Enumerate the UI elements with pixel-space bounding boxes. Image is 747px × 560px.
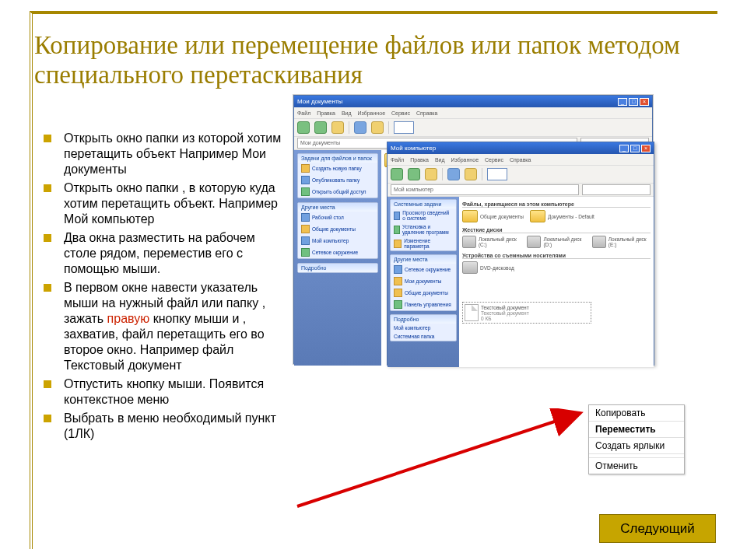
menubar: Файл Правка Вид Избранное Сервис Справка xyxy=(294,107,652,119)
panel-item[interactable]: Открыть общий доступ xyxy=(298,186,377,198)
folder-item[interactable]: Общие документы xyxy=(462,210,524,222)
sidebar-tasks: Системные задачи Просмотр сведений о сис… xyxy=(388,197,459,367)
menu-item[interactable]: Файл xyxy=(297,110,310,116)
panel-item: Системная папка xyxy=(391,332,456,341)
drive-item[interactable]: DVD-дисковод xyxy=(462,261,514,274)
menu-item[interactable]: Избранное xyxy=(358,110,385,116)
next-button-label: Следующий xyxy=(620,521,694,537)
panel-header: Другие места xyxy=(391,255,456,264)
folders-icon[interactable] xyxy=(465,168,477,180)
bullet-text: Открыть окно папки из которой хотим пере… xyxy=(64,131,289,177)
places-panel: Другие места Сетевое окружение Мои докум… xyxy=(390,254,457,311)
toolbar xyxy=(294,119,652,137)
up-icon[interactable] xyxy=(425,168,437,180)
panel-item[interactable]: Установка и удаление программ xyxy=(391,222,456,236)
panel-header: Задачи для файлов и папок xyxy=(298,154,377,163)
group-header: Жесткие диски xyxy=(462,227,651,233)
group-header: Устройства со съемными носителями xyxy=(462,253,651,259)
window-my-computer: Мой компьютер _ □ × Файл Правка Вид Избр… xyxy=(387,142,654,366)
bullet-list: Открыть окно папки из которой хотим пере… xyxy=(44,131,289,445)
menu-item[interactable]: Вид xyxy=(342,110,352,116)
address-bar: Мой компьютер xyxy=(388,184,654,197)
panel-header: Другие места xyxy=(298,203,377,212)
menu-item[interactable]: Справка xyxy=(416,110,437,116)
menu-item[interactable]: Правка xyxy=(317,110,335,116)
view-toggle[interactable] xyxy=(487,168,507,180)
window-title: Мой компьютер xyxy=(391,145,436,152)
bullet-text: Два окна разместить на рабочем столе ряд… xyxy=(64,230,289,277)
places-panel: Другие места Рабочий стол Общие документ… xyxy=(297,202,378,259)
bullet-text: Открыть окно папки , в которую куда хоти… xyxy=(64,180,289,227)
panel-item[interactable]: Изменение параметра xyxy=(391,236,456,250)
menu-item[interactable]: Вид xyxy=(435,157,445,163)
panel-item[interactable]: Общие документы xyxy=(391,287,456,299)
address-field[interactable]: Мой компьютер xyxy=(391,184,579,195)
drive-icon xyxy=(527,236,541,248)
menu-item-copy[interactable]: Копировать xyxy=(589,405,684,422)
menu-item[interactable]: Сервис xyxy=(391,110,410,116)
view-toggle[interactable] xyxy=(394,121,414,134)
maximize-button[interactable]: □ xyxy=(629,98,638,106)
slide-title: Копирование или перемещение файлов или п… xyxy=(34,31,719,90)
bullet-icon xyxy=(44,184,51,192)
separator xyxy=(388,121,389,134)
menu-item[interactable]: Файл xyxy=(391,157,404,163)
go-field[interactable] xyxy=(582,184,651,195)
panel-item[interactable]: Мой компьютер xyxy=(298,235,377,247)
forward-icon[interactable] xyxy=(408,168,420,180)
drive-icon xyxy=(462,236,476,248)
minimize-button[interactable]: _ xyxy=(619,145,629,152)
menu-item[interactable]: Сервис xyxy=(485,157,503,163)
context-menu: Копировать Переместить Создать ярлыки От… xyxy=(588,404,685,474)
menu-item-cancel[interactable]: Отменить xyxy=(589,458,684,474)
panel-item: Мой компьютер xyxy=(391,324,456,332)
drive-item[interactable]: Локальный диск (D:) xyxy=(527,236,585,248)
content-pane: Файлы, хранящиеся на этом компьютере Общ… xyxy=(459,197,654,367)
group-header: Файлы, хранящиеся на этом компьютере xyxy=(462,201,651,208)
next-button[interactable]: Следующий xyxy=(599,514,716,543)
tasks-panel: Задачи для файлов и папок Создать новую … xyxy=(297,153,378,198)
screenshot-composite: Мои документы _ □ × Файл Правка Вид Избр… xyxy=(293,94,654,365)
panel-item[interactable]: Сетевое окружение xyxy=(298,247,377,258)
panel-item[interactable]: Создать новую папку xyxy=(298,163,377,174)
menu-item[interactable]: Правка xyxy=(410,157,429,163)
drive-item[interactable]: Локальный диск (C:) xyxy=(462,236,521,248)
folders-icon[interactable] xyxy=(371,121,384,134)
up-icon[interactable] xyxy=(331,121,344,134)
dragged-file[interactable]: Текстовый документ Текстовый документ 0 … xyxy=(462,302,591,324)
bullet-icon xyxy=(44,135,51,142)
folder-item[interactable]: Документы - Default xyxy=(530,210,594,222)
bullet-item: В первом окне навести указатель мыши на … xyxy=(44,280,289,373)
bullet-icon xyxy=(44,415,51,422)
bullet-text: В первом окне навести указатель мыши на … xyxy=(64,280,289,373)
minimize-button[interactable]: _ xyxy=(618,98,627,106)
menu-item-move[interactable]: Переместить xyxy=(589,422,684,438)
back-icon[interactable] xyxy=(391,168,403,180)
close-button[interactable]: × xyxy=(641,145,651,152)
menu-item[interactable]: Избранное xyxy=(451,157,479,163)
bullet-item: Два окна разместить на рабочем столе ряд… xyxy=(44,230,289,277)
panel-item[interactable]: Рабочий стол xyxy=(298,212,377,223)
forward-icon[interactable] xyxy=(314,121,327,134)
menu-item[interactable]: Справка xyxy=(510,157,531,163)
panel-item[interactable]: Панель управления xyxy=(391,299,456,310)
panel-item[interactable]: Сетевое окружение xyxy=(391,264,456,275)
bullet-text: Выбрать в меню необходимый пункт (1ЛК) xyxy=(64,411,289,442)
panel-item[interactable]: Мои документы xyxy=(391,275,456,287)
panel-item[interactable]: Общие документы xyxy=(298,223,377,235)
panel-item[interactable]: Опубликовать папку xyxy=(298,174,377,186)
menu-item-shortcut[interactable]: Создать ярлыки xyxy=(589,438,684,454)
bullet-icon xyxy=(44,380,51,388)
drive-icon xyxy=(592,236,606,248)
window-title: Мои документы xyxy=(297,98,342,105)
file-name: Текстовый документ xyxy=(481,305,529,310)
drive-item[interactable]: Локальный диск (E:) xyxy=(592,236,651,248)
back-icon[interactable] xyxy=(297,121,310,134)
panel-item[interactable]: Просмотр сведений о системе xyxy=(391,208,456,222)
search-icon[interactable] xyxy=(447,168,460,180)
separator xyxy=(349,121,349,134)
panel-header: Подробно xyxy=(298,264,377,272)
close-button[interactable]: × xyxy=(640,98,649,106)
maximize-button[interactable]: □ xyxy=(630,145,640,152)
search-icon[interactable] xyxy=(354,121,366,134)
